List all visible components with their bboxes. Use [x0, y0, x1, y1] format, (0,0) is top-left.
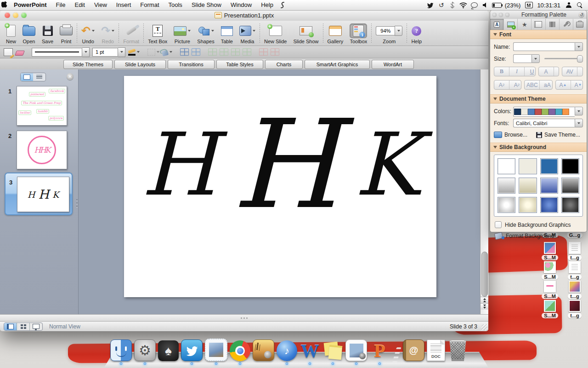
font-size-dropdown-button[interactable] — [531, 54, 540, 63]
new-slide-button[interactable]: +New Slide — [261, 21, 290, 46]
theme-color-swatch[interactable] — [555, 109, 562, 115]
theme-color-swatch[interactable] — [548, 109, 555, 115]
window-title-bar[interactable]: Presentation1.pptx — [0, 10, 488, 21]
dock-stickies[interactable] — [322, 340, 343, 365]
dock-address-book[interactable]: @ — [403, 339, 424, 365]
menu-window[interactable]: Window — [226, 0, 256, 10]
applescript-menu-icon[interactable] — [278, 0, 287, 10]
slide-show-button[interactable]: Slide Show — [290, 21, 322, 46]
window-resize-grip[interactable] — [481, 324, 487, 330]
spotlight-icon[interactable] — [575, 0, 584, 10]
slide-background-section-header[interactable]: Slide Background — [490, 143, 587, 152]
tab-wordart[interactable]: WordArt — [372, 60, 414, 69]
character-spacing-dropdown[interactable] — [577, 67, 583, 76]
disclosure-triangle[interactable] — [493, 146, 497, 149]
input-menu-icon[interactable] — [524, 0, 533, 10]
change-case-button[interactable]: aA — [540, 80, 552, 89]
line-weight-dropdown[interactable]: 1 pt — [92, 48, 125, 57]
table-button[interactable]: Table — [218, 21, 236, 46]
shapes-button[interactable]: Shapes — [194, 21, 217, 46]
slide-show-view-button[interactable] — [30, 323, 42, 330]
background-swatch[interactable] — [540, 158, 558, 174]
font-color-dropdown[interactable] — [554, 67, 560, 76]
battery-indicator[interactable]: (23%) — [492, 2, 523, 9]
insert-column-left-button[interactable] — [231, 48, 240, 56]
dock-document[interactable]: DOC — [427, 339, 445, 365]
line-style-dropdown-button[interactable] — [82, 47, 90, 57]
menu-app-name[interactable]: PowerPoint — [9, 0, 51, 10]
print-button[interactable]: Print — [57, 21, 76, 46]
line-style-dropdown[interactable] — [32, 48, 90, 57]
save-button[interactable]: Save — [39, 21, 57, 46]
text-box-button[interactable]: TText Box — [145, 21, 170, 46]
slider-thumb[interactable] — [577, 55, 583, 63]
slide-3-thumbnail[interactable]: H H K — [17, 177, 69, 212]
font-size-value[interactable] — [513, 54, 531, 63]
delete-row-button[interactable] — [259, 48, 268, 56]
reference-panel-button[interactable] — [546, 19, 560, 30]
messages-icon[interactable] — [470, 0, 479, 10]
menu-insert[interactable]: Insert — [112, 0, 136, 10]
scrapbook-panel-button[interactable] — [531, 19, 545, 30]
background-swatch[interactable] — [519, 158, 537, 174]
format-painter-button[interactable]: Format — [120, 21, 142, 46]
project-panel-button[interactable] — [573, 19, 587, 30]
font-section-header[interactable]: Font — [490, 30, 587, 39]
tab-table-styles[interactable]: Table Styles — [216, 60, 263, 69]
dock-word[interactable]: W — [300, 340, 320, 365]
add-objects-panel-button[interactable] — [504, 19, 518, 30]
monogram-letter-h1[interactable]: H — [141, 121, 217, 208]
user-menu-icon[interactable] — [564, 0, 573, 10]
fill-control[interactable] — [162, 49, 172, 56]
horizontal-scrollbar[interactable] — [0, 314, 488, 322]
dock-itunes[interactable]: ♪ — [277, 340, 297, 365]
tab-charts[interactable]: Charts — [265, 60, 303, 69]
slide-sorter-view-button[interactable] — [17, 323, 30, 330]
desktop-file[interactable]: t...g — [560, 242, 588, 260]
insert-row-below-button[interactable] — [220, 48, 228, 56]
border-color-control[interactable] — [128, 48, 140, 56]
theme-color-swatch[interactable] — [562, 109, 569, 115]
styles-panel-button[interactable]: ★ — [518, 19, 531, 30]
theme-color-swatch[interactable] — [542, 109, 548, 115]
grow-font-button[interactable]: A▲ — [556, 80, 571, 89]
slide-2-thumbnail[interactable]: HHK — [17, 131, 67, 169]
close-pane-button[interactable]: ✕ — [67, 73, 74, 80]
time-machine-icon[interactable]: ↺ — [437, 0, 446, 10]
gallery-button[interactable]: Gallery — [324, 21, 347, 46]
font-color-button[interactable]: A — [539, 67, 554, 76]
theme-color-swatch[interactable] — [521, 109, 528, 115]
theme-fonts-dropdown[interactable]: Calibri, Calibri — [513, 119, 583, 127]
palette-close-button[interactable] — [492, 13, 497, 17]
help-button[interactable]: ?Help — [408, 21, 425, 46]
dock-game[interactable]: ♠ — [158, 340, 179, 365]
media-button[interactable]: Media — [236, 21, 259, 46]
subscript-button[interactable]: A2 — [509, 80, 521, 89]
small-caps-button[interactable]: ABC — [525, 80, 540, 89]
save-theme-button[interactable]: Save Theme... — [544, 132, 580, 138]
monogram-letters[interactable]: H H K — [124, 104, 436, 226]
desktop-file[interactable]: t...g — [560, 281, 588, 299]
font-name-value[interactable] — [513, 42, 575, 51]
bold-button[interactable]: B — [494, 67, 509, 76]
superscript-button[interactable]: A2 — [494, 80, 509, 89]
theme-colors-dropdown[interactable] — [513, 107, 583, 115]
menu-help[interactable]: Help — [256, 0, 278, 10]
font-name-dropdown-button[interactable] — [575, 42, 583, 51]
menu-slide-show[interactable]: Slide Show — [187, 0, 226, 10]
zoom-dropdown-button[interactable] — [395, 26, 402, 36]
erase-table-button[interactable] — [15, 51, 25, 56]
theme-color-swatch[interactable] — [535, 109, 542, 115]
undo-button[interactable]: ↶Undo — [78, 21, 98, 46]
theme-colors-dropdown-button[interactable] — [575, 107, 583, 115]
line-weight-dropdown-button[interactable] — [118, 47, 125, 57]
background-swatch[interactable] — [540, 178, 558, 194]
menu-view[interactable]: View — [90, 0, 112, 10]
tab-slide-layouts[interactable]: Slide Layouts — [114, 60, 166, 69]
background-swatch[interactable] — [561, 178, 579, 194]
font-name-dropdown[interactable] — [513, 42, 583, 51]
dock-iphoto[interactable] — [253, 339, 274, 365]
disclosure-triangle[interactable] — [493, 98, 497, 100]
palette-zoom-button[interactable] — [505, 13, 509, 17]
insert-column-right-button[interactable] — [243, 48, 251, 56]
